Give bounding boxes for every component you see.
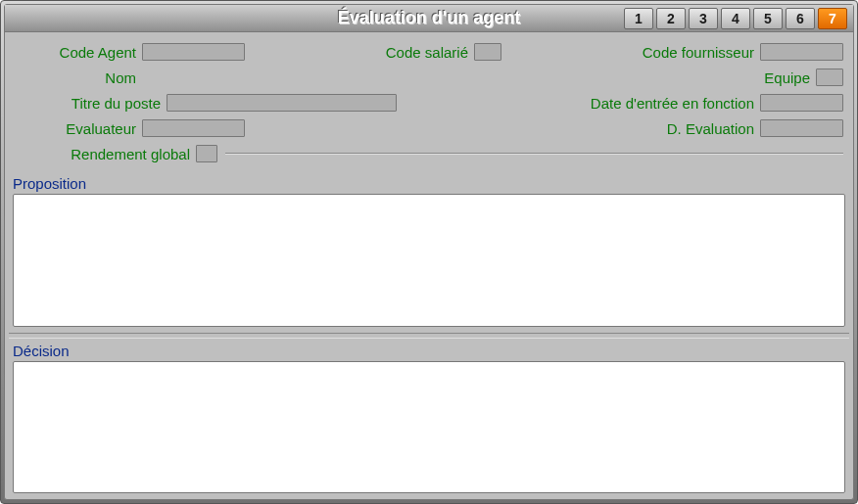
window-frame: Évaluation d'un agent 1 2 3 4 5 6 7 Code… [0, 0, 858, 504]
field-code-fournisseur[interactable] [760, 43, 843, 61]
label-titre-poste: Titre du poste [15, 95, 167, 112]
tab-5[interactable]: 5 [753, 8, 783, 29]
tab-4[interactable]: 4 [721, 8, 750, 29]
label-date-entree: Date d'entrée en fonction [591, 95, 760, 112]
titlebar: Évaluation d'un agent 1 2 3 4 5 6 7 [5, 5, 853, 32]
label-code-salarie: Code salarié [386, 44, 474, 61]
label-proposition: Proposition [5, 171, 853, 194]
form-area: Code Agent Code salarié Code fournisseur… [5, 32, 853, 171]
field-d-evaluation[interactable] [760, 119, 843, 137]
label-d-evaluation: D. Evaluation [667, 120, 760, 137]
tab-7[interactable]: 7 [818, 8, 847, 29]
content: Code Agent Code salarié Code fournisseur… [5, 32, 853, 499]
label-nom: Nom [15, 69, 142, 86]
tab-3[interactable]: 3 [689, 8, 718, 29]
tab-2[interactable]: 2 [656, 8, 686, 29]
field-code-agent[interactable] [142, 43, 245, 61]
field-rendement-global[interactable] [196, 145, 217, 162]
field-titre-poste[interactable] [167, 94, 397, 112]
label-code-fournisseur: Code fournisseur [643, 44, 760, 61]
label-rendement-global: Rendement global [15, 146, 196, 162]
label-evaluateur: Evaluateur [15, 120, 142, 137]
field-code-salarie[interactable] [474, 43, 501, 61]
label-code-agent: Code Agent [15, 44, 142, 61]
divider-line [225, 153, 843, 155]
tab-strip: 1 2 3 4 5 6 7 [624, 8, 853, 29]
textarea-proposition[interactable] [13, 194, 845, 327]
label-decision: Décision [5, 339, 853, 361]
textarea-decision[interactable] [13, 361, 845, 494]
tab-6[interactable]: 6 [786, 8, 815, 29]
field-equipe[interactable] [816, 69, 843, 86]
window: Évaluation d'un agent 1 2 3 4 5 6 7 Code… [4, 4, 854, 500]
label-equipe: Equipe [764, 69, 816, 86]
tab-1[interactable]: 1 [624, 8, 653, 29]
field-evaluateur[interactable] [142, 119, 245, 137]
field-date-entree[interactable] [760, 94, 843, 112]
